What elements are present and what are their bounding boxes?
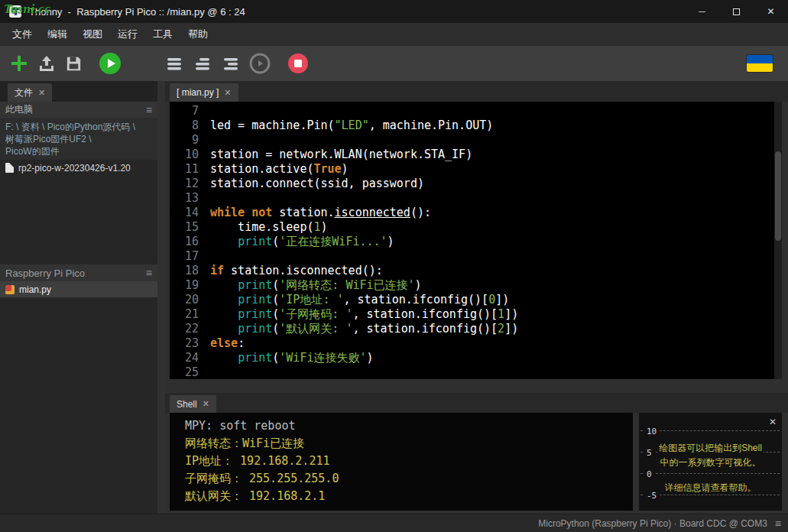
flag-blue-stripe	[747, 55, 773, 63]
code-text: print('WiFi连接失败')	[199, 351, 374, 365]
window-title: Thonny - Raspberry Pi Pico :: /mian.py @…	[29, 6, 245, 18]
interpreter-status[interactable]: MicroPython (Raspberry Pi Pico) · Board …	[538, 518, 767, 529]
plotter-panel: 1050-5 绘图器可以把输出到Shell中的一系列数字可视化。详细信息请查看帮…	[639, 413, 782, 511]
code-line: 24 print('WiFi连接失败')	[170, 351, 782, 365]
stop-button[interactable]	[287, 51, 309, 76]
plot-dash-line	[640, 495, 780, 495]
code-line: 21 print('子网掩码: ', station.ifconfig()[1]…	[170, 307, 782, 322]
menu-item[interactable]: 编辑	[40, 24, 75, 45]
ukraine-flag-icon	[747, 55, 773, 72]
code-text: station.connect(ssid, password)	[199, 177, 424, 191]
plot-hint-text: 中的一系列数字可视化。	[659, 457, 763, 468]
status-bar: MicroPython (Raspberry Pi Pico) · Board …	[0, 514, 788, 532]
code-line: 11station.active(True)	[170, 162, 782, 177]
panel-menu-icon[interactable]: ≡	[146, 105, 152, 115]
tab-shell[interactable]: Shell ✕	[170, 395, 216, 413]
step-out-button[interactable]	[221, 51, 241, 76]
code-text	[199, 249, 210, 264]
open-file-button[interactable]	[37, 51, 57, 76]
close-icon[interactable]: ✕	[769, 417, 777, 427]
step-out-icon	[221, 54, 241, 73]
this-pc-header: 此电脑 ≡	[0, 102, 157, 118]
maximize-button[interactable]	[719, 0, 754, 23]
code-text: print('网络转态: WiFi已连接')	[199, 278, 422, 293]
maximize-icon	[733, 8, 740, 15]
code-text: while not station.isconnected():	[199, 206, 431, 220]
code-line: 9	[170, 133, 782, 148]
line-number: 13	[170, 191, 199, 206]
shell-line: 默认网关： 192.168.2.1	[185, 488, 633, 505]
line-number: 24	[170, 351, 199, 365]
editor-tab-row: [ mian.py ] ✕	[165, 81, 788, 102]
code-text: print('IP地址: ', station.ifconfig()[0])	[199, 293, 509, 307]
menu-item[interactable]: 运行	[110, 24, 145, 45]
code-line: 17	[170, 249, 782, 264]
line-number: 22	[170, 322, 199, 336]
plus-icon	[9, 54, 29, 73]
menu-item[interactable]: 工具	[145, 24, 180, 45]
minimize-icon: ─	[699, 6, 705, 17]
code-line: 7	[170, 104, 782, 118]
shell-panel[interactable]: MPY: soft reboot网络转态：WiFi已连接IP地址： 192.16…	[170, 413, 633, 511]
path-line[interactable]: F: \ 资料 \ Pico的Python源代码 \	[5, 121, 152, 133]
statusbar-menu-icon[interactable]: ≡	[775, 518, 781, 529]
run-icon	[99, 52, 122, 75]
minimize-button[interactable]: ─	[685, 0, 719, 23]
plot-hint-line: 详细信息请查看帮助。	[640, 480, 780, 495]
line-number: 21	[170, 307, 199, 322]
close-icon[interactable]: ✕	[38, 89, 45, 97]
code-text: station.active(True)	[199, 162, 349, 177]
code-line: 15 time.sleep(1)	[170, 220, 782, 235]
new-file-button[interactable]	[9, 51, 29, 76]
plot-hint-text: 绘图器可以把输出到Shell	[657, 443, 764, 453]
step-into-button[interactable]	[193, 51, 212, 76]
title-bar: Thonny - Raspberry Pi Pico :: /mian.py @…	[0, 0, 788, 23]
code-line: 23else:	[170, 336, 782, 351]
file-item[interactable]: rp2-pico-w-20230426-v1.20	[0, 160, 157, 176]
save-file-button[interactable]	[64, 51, 83, 76]
close-icon[interactable]: ✕	[224, 89, 231, 97]
line-number: 10	[170, 148, 199, 162]
resume-button[interactable]	[249, 51, 271, 76]
code-line: 18if station.isconnected():	[170, 264, 782, 278]
code-text: time.sleep(1)	[199, 220, 328, 235]
save-icon	[64, 54, 83, 73]
shell-line: 网络转态：WiFi已连接	[185, 435, 633, 453]
menu-item[interactable]: 帮助	[180, 24, 216, 45]
path-line[interactable]: 树莓派Pico固件UF2 \	[5, 133, 152, 145]
this-pc-label: 此电脑	[5, 103, 33, 116]
code-text: print('默认网关: ', station.ifconfig()[2])	[199, 322, 518, 336]
close-button[interactable]: ✕	[754, 0, 788, 23]
run-button[interactable]	[99, 51, 122, 76]
line-number: 11	[170, 162, 199, 177]
step-over-button[interactable]	[164, 51, 184, 76]
line-number: 8	[170, 118, 199, 133]
flag-yellow-stripe	[747, 63, 773, 72]
code-editor[interactable]: 78led = machine.Pin("LED", machine.Pin.O…	[170, 102, 782, 379]
tab-files[interactable]: 文件 ✕	[8, 83, 52, 102]
line-number: 25	[170, 365, 199, 379]
code-line: 14while not station.isconnected():	[170, 206, 782, 220]
file-icon	[5, 163, 14, 173]
panel-menu-icon[interactable]: ≡	[146, 268, 152, 278]
device-header-label: Raspberry Pi Pico	[5, 268, 85, 279]
code-text: print('正在连接WiFi...')	[199, 235, 394, 249]
code-line: 10station = network.WLAN(network.STA_IF)	[170, 148, 782, 162]
line-number: 19	[170, 278, 199, 293]
line-number: 23	[170, 336, 199, 351]
menu-item[interactable]: 文件	[5, 24, 40, 45]
path-line[interactable]: PicoW的固件	[5, 145, 152, 157]
tab-mian-py[interactable]: [ mian.py ] ✕	[170, 83, 238, 102]
device-file-item[interactable]: mian.py	[0, 281, 157, 297]
panel-divider[interactable]	[157, 81, 165, 514]
editor-scrollbar[interactable]	[774, 102, 782, 379]
menu-item[interactable]: 视图	[75, 24, 110, 45]
code-text: station = network.WLAN(network.STA_IF)	[199, 148, 472, 162]
plot-dash-line	[640, 430, 780, 431]
scrollbar-thumb[interactable]	[775, 151, 781, 241]
code-line: 25	[170, 365, 782, 379]
close-icon[interactable]: ✕	[203, 400, 209, 408]
step-into-icon	[193, 54, 212, 73]
step-over-icon	[164, 54, 184, 73]
files-tab-row: 文件 ✕	[0, 81, 157, 102]
